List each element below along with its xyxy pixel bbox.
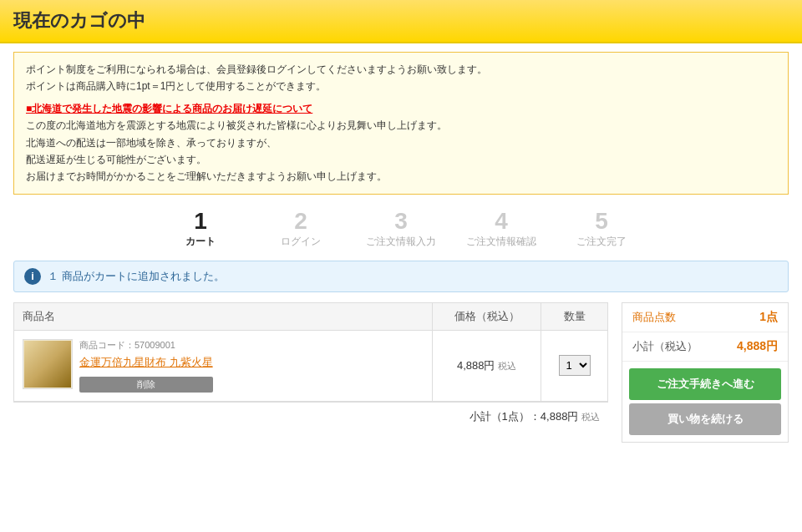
step-5-number: 5 [595, 210, 608, 233]
cart-section: 商品名 価格（税込） 数量 商品コード： [13, 302, 608, 431]
product-info: 商品コード：57009001 金運万倍九星財布 九紫火星 削除 [79, 339, 213, 393]
step-nav: 1 カート 2 ログイン 3 ご注文情報入力 4 ご注文情報確認 5 ご注文完了 [13, 210, 789, 249]
step-2-number: 2 [294, 210, 307, 233]
point-notice-line2: ポイントは商品購入時に1pt＝1円として使用することができます。 [26, 78, 776, 94]
product-cell: 商品コード：57009001 金運万倍九星財布 九紫火星 削除 [14, 330, 433, 401]
step-1-label: カート [185, 235, 216, 249]
earthquake-line2: 北海道への配送は一部地域を除き、承っておりますが、 [26, 134, 776, 151]
step-3-number: 3 [394, 210, 408, 233]
subtotal-label: 小計（税込） [632, 339, 698, 354]
sidebar-count-row: 商品点数 1点 [622, 303, 788, 332]
sidebar-box: 商品点数 1点 小計（税込） 4,888円 ご注文手続きへ進む 買い物を続ける [622, 302, 789, 443]
cart-table: 商品名 価格（税込） 数量 商品コード： [13, 302, 608, 402]
point-notice-line1: ポイント制度をご利用になられる場合は、会員登録後ログインしてくださいますようお願… [26, 61, 776, 78]
subtotal-value: 4,888円 [737, 339, 778, 354]
sidebar-subtotal-row: 小計（税込） 4,888円 [622, 332, 788, 362]
col-qty: 数量 [541, 302, 608, 330]
delete-button[interactable]: 削除 [79, 377, 213, 393]
table-row: 商品コード：57009001 金運万倍九星財布 九紫火星 削除 4,888円 税… [14, 330, 608, 401]
notice-box: ポイント制度をご利用になられる場合は、会員登録後ログインしてくださいますようお願… [13, 52, 789, 195]
step-5-label: ご注文完了 [576, 235, 627, 249]
subtotal-row: 小計（1点）：4,888円 税込 [13, 402, 608, 431]
earthquake-line3: 配送遅延が生じる可能性がございます。 [26, 151, 776, 168]
subtotal-tax: 税込 [581, 412, 600, 422]
product-price: 4,888円 [457, 359, 495, 372]
qty-cell[interactable]: 1 2 3 4 5 [541, 330, 608, 401]
info-banner: i １ 商品がカートに追加されました。 [13, 261, 789, 292]
step-2-label: ログイン [281, 235, 321, 249]
step-2: 2 ログイン [251, 210, 351, 249]
earthquake-line1: この度の北海道地方を震源とする地震により被災された皆様に心よりお見舞い申し上げま… [26, 117, 776, 134]
step-1-number: 1 [194, 210, 207, 233]
step-5: 5 ご注文完了 [551, 210, 652, 249]
step-1: 1 カート [150, 210, 251, 249]
step-3: 3 ご注文情報入力 [351, 210, 451, 249]
earthquake-title[interactable]: ■北海道で発生した地震の影響による商品のお届け遅延について [26, 100, 776, 117]
step-3-label: ご注文情報入力 [366, 235, 436, 249]
qty-select[interactable]: 1 2 3 4 5 [559, 355, 591, 376]
count-label: 商品点数 [632, 310, 676, 325]
product-code: 商品コード：57009001 [79, 339, 213, 352]
info-message: １ 商品がカートに追加されました。 [48, 269, 225, 284]
subtotal-text: 小計（1点）：4,888円 [470, 410, 579, 423]
price-tax-label: 税込 [498, 361, 516, 371]
info-icon: i [24, 268, 41, 285]
checkout-button[interactable]: ご注文手続きへ進む [629, 368, 781, 400]
earthquake-line4: お届けまでお時間がかかることをご理解いただきますようお願い申し上げます。 [26, 168, 776, 185]
step-4: 4 ご注文情報確認 [451, 210, 551, 249]
price-cell: 4,888円 税込 [433, 330, 541, 401]
col-price: 価格（税込） [433, 302, 541, 330]
count-value: 1点 [759, 310, 778, 325]
step-4-number: 4 [495, 210, 508, 233]
page-header: 現在のカゴの中 [0, 0, 802, 43]
page-title: 現在のカゴの中 [13, 8, 789, 33]
continue-shopping-button[interactable]: 買い物を続ける [629, 403, 781, 435]
product-thumbnail [23, 339, 73, 389]
col-product: 商品名 [14, 302, 433, 330]
step-4-label: ご注文情報確認 [466, 235, 536, 249]
product-name-link[interactable]: 金運万倍九星財布 九紫火星 [79, 355, 213, 370]
